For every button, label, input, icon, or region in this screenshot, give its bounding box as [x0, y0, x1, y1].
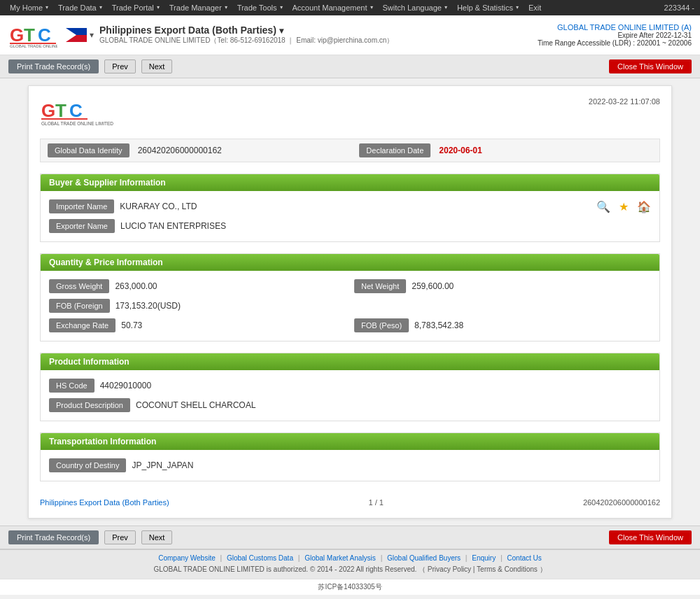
- footer-separator-4: |: [465, 554, 469, 562]
- buyer-supplier-header: Buyer & Supplier Information: [41, 174, 659, 191]
- exporter-value: LUCIO TAN ENTERPRISES: [120, 221, 651, 231]
- quantity-price-section: Quantity & Price Information Gross Weigh…: [40, 253, 660, 341]
- importer-label: Importer Name: [49, 199, 114, 213]
- product-desc-row: Product Description COCONUT SHELL CHARCO…: [49, 398, 651, 412]
- expire-date: Expire After 2022-12-31: [538, 31, 692, 39]
- svg-text:T: T: [24, 24, 35, 45]
- company-name: GLOBAL TRADE ONLINE LIMITED (A): [538, 23, 692, 31]
- icp-bar: 苏ICP备14033305号: [0, 579, 700, 595]
- chevron-down-icon: ▾: [516, 0, 519, 15]
- philippines-flag: [66, 28, 87, 42]
- page-title: Philippines Export Data (Both Parties) ▾: [99, 24, 538, 36]
- country-pair: Country of Destiny JP_JPN_JAPAN: [49, 458, 651, 472]
- logo-area: G T C GLOBAL TRADE ONLINE LIMITED: [8, 21, 57, 49]
- print-button-top[interactable]: Print Trade Record(s): [8, 59, 99, 73]
- prev-button-top[interactable]: Prev: [104, 59, 136, 73]
- gross-weight-value: 263,000.00: [115, 281, 346, 291]
- country-row: Country of Destiny JP_JPN_JAPAN: [49, 458, 651, 472]
- gross-weight-pair: Gross Weight 263,000.00: [49, 279, 346, 293]
- next-button-bottom[interactable]: Next: [141, 530, 173, 544]
- nav-trade-manager[interactable]: Trade Manager ▾: [165, 0, 232, 15]
- svg-text:GLOBAL TRADE ONLINE LIMITED: GLOBAL TRADE ONLINE LIMITED: [10, 44, 57, 48]
- card-datetime: 2022-03-22 11:07:08: [589, 97, 660, 106]
- close-button-top[interactable]: Close This Window: [609, 59, 692, 73]
- close-button-bottom[interactable]: Close This Window: [609, 530, 692, 544]
- prev-button-bottom[interactable]: Prev: [104, 530, 136, 544]
- exporter-pair: Exporter Name LUCIO TAN ENTERPRISES: [49, 219, 651, 233]
- fob-foreign-row: FOB (Foreign 173,153.20(USD): [49, 299, 651, 313]
- fob-peso-value: 8,783,542.38: [414, 320, 651, 330]
- country-flag-area: ▾: [66, 28, 94, 42]
- print-button-bottom[interactable]: Print Trade Record(s): [8, 530, 99, 544]
- svg-text:G: G: [41, 100, 55, 121]
- global-data-identity-value: 260420206000000162: [138, 146, 351, 155]
- quantity-price-header: Quantity & Price Information: [41, 254, 659, 271]
- exporter-label: Exporter Name: [49, 219, 115, 233]
- footer-global-customs[interactable]: Global Customs Data: [227, 554, 293, 562]
- importer-value: KURARAY CO., LTD: [120, 202, 588, 211]
- main-content-card: G T C GLOBAL TRADE ONLINE LIMITED 2022-0…: [28, 85, 672, 519]
- card-logo: G T C GLOBAL TRADE ONLINE LIMITED: [40, 97, 131, 129]
- svg-text:G: G: [10, 24, 24, 45]
- exchange-rate-row: Exchange Rate 50.73 FOB (Peso) 8,783,542…: [49, 318, 651, 332]
- country-value: JP_JPN_JAPAN: [132, 460, 651, 470]
- next-button-top[interactable]: Next: [141, 59, 173, 73]
- footer-separator-3: |: [381, 554, 384, 562]
- nav-account-management[interactable]: Account Management ▾: [288, 0, 377, 15]
- fob-foreign-value: 173,153.20(USD): [115, 301, 651, 311]
- bottom-toolbar: Print Trade Record(s) Prev Next Close Th…: [0, 526, 700, 549]
- home-icon[interactable]: 🏠: [637, 200, 651, 213]
- gross-weight-label: Gross Weight: [49, 279, 109, 293]
- nav-help-statistics[interactable]: Help & Statistics ▾: [453, 0, 523, 15]
- chevron-down-icon: ▾: [46, 0, 48, 15]
- chevron-down-icon: ▾: [280, 0, 283, 15]
- svg-text:C: C: [38, 24, 51, 45]
- fob-foreign-pair: FOB (Foreign 173,153.20(USD): [49, 299, 651, 313]
- header-subtitle: GLOBAL TRADE ONLINE LIMITED（Tel: 86-512-…: [99, 36, 538, 45]
- nav-trade-data[interactable]: Trade Data ▾: [54, 0, 106, 15]
- footer-privacy-policy[interactable]: Privacy Policy: [428, 565, 471, 573]
- exporter-row: Exporter Name LUCIO TAN ENTERPRISES: [49, 219, 651, 233]
- importer-row: Importer Name KURARAY CO., LTD 🔍 ★ 🏠: [49, 199, 651, 213]
- identity-row: Global Data Identity 260420206000000162 …: [40, 139, 660, 162]
- star-icon[interactable]: ★: [619, 200, 629, 213]
- footer-link[interactable]: Philippines Export Data (Both Parties): [40, 498, 169, 507]
- exchange-rate-value: 50.73: [121, 320, 346, 330]
- product-section: Product Information HS Code 44029010000 …: [40, 353, 660, 421]
- footer-terms[interactable]: Terms & Conditions: [477, 565, 538, 573]
- card-footer: Philippines Export Data (Both Parties) 1…: [40, 493, 660, 507]
- fob-peso-label: FOB (Peso): [354, 318, 409, 332]
- net-weight-label: Net Weight: [354, 279, 406, 293]
- search-icon[interactable]: 🔍: [596, 200, 610, 213]
- nav-exit[interactable]: Exit: [524, 0, 545, 15]
- card-header: G T C GLOBAL TRADE ONLINE LIMITED 2022-0…: [40, 97, 660, 129]
- product-header: Product Information: [41, 353, 659, 370]
- exchange-rate-pair: Exchange Rate 50.73: [49, 318, 346, 332]
- nav-trade-portal[interactable]: Trade Portal ▾: [108, 0, 164, 15]
- transportation-body: Country of Destiny JP_JPN_JAPAN: [41, 450, 659, 481]
- svg-text:C: C: [69, 100, 83, 121]
- footer-links: Company Website | Global Customs Data | …: [4, 554, 696, 562]
- country-label: Country of Destiny: [49, 458, 126, 472]
- footer-global-qualified[interactable]: Global Qualified Buyers: [387, 554, 461, 562]
- buyer-supplier-body: Importer Name KURARAY CO., LTD 🔍 ★ 🏠 Exp…: [41, 191, 659, 241]
- product-body: HS Code 44029010000 Product Description …: [41, 370, 659, 421]
- footer-company-website[interactable]: Company Website: [158, 554, 216, 562]
- hs-code-row: HS Code 44029010000: [49, 379, 651, 393]
- chevron-down-icon: ▾: [444, 0, 447, 15]
- declaration-date-label: Declaration Date: [359, 143, 430, 157]
- nav-my-home[interactable]: My Home ▾: [6, 0, 52, 15]
- header-right: GLOBAL TRADE ONLINE LIMITED (A) Expire A…: [538, 23, 692, 47]
- nav-switch-language[interactable]: Switch Language ▾: [379, 0, 451, 15]
- global-data-identity-label: Global Data Identity: [48, 143, 130, 157]
- quantity-price-body: Gross Weight 263,000.00 Net Weight 259,6…: [41, 271, 659, 341]
- svg-text:GLOBAL TRADE ONLINE LIMITED: GLOBAL TRADE ONLINE LIMITED: [41, 121, 113, 126]
- top-navigation: My Home ▾ Trade Data ▾ Trade Portal ▾ Tr…: [0, 0, 700, 15]
- footer-enquiry[interactable]: Enquiry: [472, 554, 496, 562]
- title-dropdown-icon[interactable]: ▾: [279, 26, 284, 36]
- product-desc-value: COCONUT SHELL CHARCOAL: [136, 400, 651, 410]
- footer-contact-us[interactable]: Contact Us: [507, 554, 541, 562]
- nav-trade-tools[interactable]: Trade Tools ▾: [233, 0, 287, 15]
- footer-global-market[interactable]: Global Market Analysis: [304, 554, 376, 562]
- footer-separator-5: |: [500, 554, 504, 562]
